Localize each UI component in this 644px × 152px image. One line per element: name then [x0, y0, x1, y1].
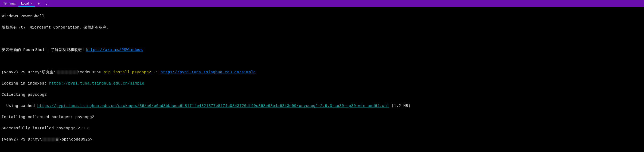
close-icon[interactable]: × — [30, 2, 32, 5]
prompt-line-1: (venv2) PS D:\my\研究生\\code0925> pip inst… — [2, 70, 642, 75]
install-hint-line: 安装最新的 PowerShell，了解新功能和改进！https://aka.ms… — [2, 47, 642, 53]
prompt-line-2: (venv2) PS D:\my\目\ppt\code0925> — [2, 137, 642, 142]
banner-line: Windows PowerShell — [2, 14, 642, 19]
blank-line — [2, 36, 642, 42]
wheel-url-link[interactable]: https://pypi.tuna.tsinghua.edu.cn/packag… — [37, 104, 389, 108]
add-tab-button[interactable]: + — [35, 1, 42, 6]
output-line: Looking in indexes: https://pypi.tuna.ts… — [2, 81, 642, 86]
output-line: Installing collected packages: psycopg2 — [2, 114, 642, 120]
terminal-body[interactable]: Windows PowerShell 版权所有（C） Microsoft Cor… — [0, 7, 644, 149]
redacted-path — [42, 138, 55, 141]
pswindows-link[interactable]: https://aka.ms/PSWindows — [86, 48, 143, 52]
blank-line — [2, 58, 642, 64]
output-line: Successfully installed psycopg2-2.9.3 — [2, 126, 642, 131]
index-url-link[interactable]: https://pypi.tuna.tsinghua.edu.cn/simple — [49, 81, 144, 86]
index-url-arg[interactable]: https://pypi.tuna.tsinghua.edu.cn/simple — [161, 70, 256, 74]
copyright-line: 版权所有（C） Microsoft Corporation。保留所有权利。 — [2, 25, 642, 30]
output-line: Collecting psycopg2 — [2, 92, 642, 98]
tab-local[interactable]: Local × — [18, 0, 35, 7]
terminal-titlebar: Terminal: Local × + ⌄ — [0, 0, 644, 7]
tab-label: Local — [21, 2, 29, 5]
pip-command: pip install psycopg2 — [101, 70, 154, 74]
output-line: Using cached https://pypi.tuna.tsinghua.… — [2, 103, 642, 109]
redacted-path — [56, 70, 77, 74]
terminal-label: Terminal: — [1, 2, 18, 5]
tab-dropdown-icon[interactable]: ⌄ — [42, 1, 51, 6]
